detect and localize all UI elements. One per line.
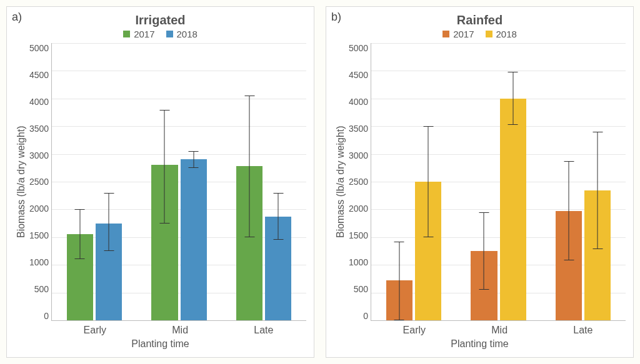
- legend-label: 2017: [134, 29, 154, 39]
- legend-swatch-icon: [486, 31, 492, 37]
- error-bar-icon: [484, 212, 484, 290]
- chart-panel-irrigated: a)Irrigated20172018Biomass (lb/a dry wei…: [6, 6, 314, 358]
- x-tick: Late: [573, 325, 592, 336]
- legend-item: 2018: [166, 29, 198, 39]
- error-bar-icon: [512, 72, 513, 125]
- bar-group: [466, 43, 532, 320]
- error-bar-icon: [278, 193, 279, 240]
- legend-label: 2018: [496, 29, 517, 39]
- bar: [265, 43, 291, 320]
- y-tick: 0: [44, 311, 49, 321]
- y-tick: 3500: [349, 124, 368, 134]
- bar: [556, 43, 582, 320]
- legend: 20172018: [334, 29, 626, 39]
- bar-group: [146, 43, 212, 320]
- y-tick: 1500: [349, 230, 368, 240]
- y-tick: 3500: [29, 124, 49, 134]
- error-bar-icon: [79, 209, 80, 259]
- y-tick: 5000: [29, 43, 49, 53]
- y-tick: 3000: [349, 150, 368, 160]
- y-tick: 0: [363, 311, 368, 321]
- x-axis-label: Planting time: [14, 338, 306, 350]
- bar: [181, 43, 207, 320]
- legend-item: 2018: [486, 29, 517, 39]
- y-axis-label: Biomass (lb/a dry weight): [334, 43, 348, 321]
- error-bar-icon: [249, 96, 250, 237]
- y-tick: 1500: [29, 230, 49, 240]
- y-tick: 2500: [349, 177, 368, 187]
- bar: [386, 43, 412, 320]
- plot-area: [371, 43, 626, 321]
- bar-group: [550, 43, 616, 320]
- error-bar-icon: [569, 161, 569, 260]
- x-tick: Mid: [491, 325, 508, 336]
- bar: [584, 43, 611, 320]
- legend-swatch-icon: [166, 31, 173, 37]
- error-bar-icon: [399, 242, 399, 320]
- bar: [67, 43, 93, 320]
- bar: [471, 43, 497, 320]
- y-tick: 4000: [349, 97, 368, 107]
- bar: [151, 43, 178, 320]
- y-tick: 2500: [29, 177, 49, 187]
- legend-swatch-icon: [123, 31, 130, 37]
- y-axis-label: Biomass (lb/a dry weight): [14, 43, 28, 321]
- x-axis-ticks: EarlyMidLate: [370, 325, 626, 336]
- legend-label: 2017: [453, 29, 474, 39]
- error-bar-icon: [598, 132, 598, 249]
- x-axis-ticks: EarlyMidLate: [51, 325, 306, 336]
- y-tick: 3000: [29, 150, 49, 160]
- legend-item: 2017: [123, 29, 154, 39]
- y-tick: 1000: [349, 257, 368, 267]
- plot-area: [51, 43, 306, 321]
- error-bar-icon: [164, 110, 165, 224]
- x-tick: Mid: [172, 325, 188, 336]
- x-tick: Early: [403, 325, 426, 336]
- error-bar-icon: [428, 126, 429, 237]
- legend-item: 2017: [442, 29, 474, 39]
- y-tick: 4000: [29, 97, 49, 107]
- y-tick: 2000: [349, 204, 368, 214]
- x-tick: Late: [254, 325, 273, 336]
- bar: [96, 43, 122, 320]
- y-tick: 500: [354, 284, 368, 294]
- y-tick: 4500: [349, 70, 368, 80]
- bar: [415, 43, 441, 320]
- bar: [500, 43, 526, 320]
- bar: [236, 43, 262, 320]
- error-bar-icon: [193, 151, 194, 168]
- chart-title: Irrigated: [14, 13, 306, 27]
- bar-group: [231, 43, 297, 320]
- y-tick: 500: [34, 284, 49, 294]
- error-bar-icon: [109, 193, 109, 251]
- panel-tag: b): [331, 11, 341, 24]
- legend-swatch-icon: [442, 31, 449, 37]
- y-tick: 4500: [29, 70, 49, 80]
- legend-label: 2018: [177, 29, 198, 39]
- panel-tag: a): [12, 11, 22, 24]
- y-tick: 1000: [29, 257, 49, 267]
- bar-group: [61, 43, 128, 320]
- y-tick: 2000: [29, 204, 49, 214]
- y-axis-ticks: 5000450040003500300025002000150010005000: [348, 43, 371, 321]
- y-axis-ticks: 5000450040003500300025002000150010005000: [28, 43, 51, 321]
- legend: 20172018: [14, 29, 306, 39]
- y-tick: 5000: [349, 43, 368, 53]
- x-axis-label: Planting time: [334, 338, 626, 350]
- chart-panel-rainfed: b)Rainfed20172018Biomass (lb/a dry weigh…: [326, 6, 634, 358]
- x-tick: Early: [84, 325, 106, 336]
- bar-group: [381, 43, 447, 320]
- chart-title: Rainfed: [334, 13, 626, 27]
